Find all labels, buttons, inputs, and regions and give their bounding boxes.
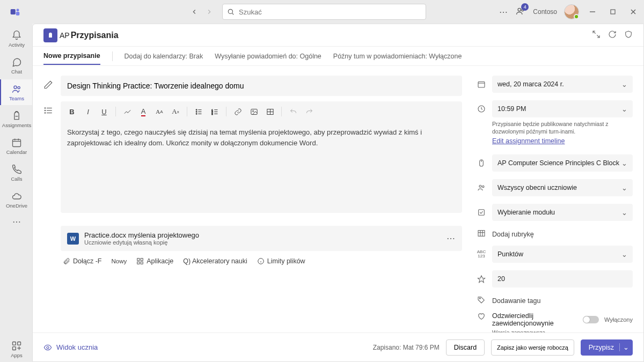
accelerators-action[interactable]: Q) Akceleratory nauki — [183, 257, 247, 265]
svg-rect-0 — [11, 9, 16, 14]
underline-button[interactable]: U — [97, 105, 111, 119]
due-date-select[interactable]: wed, 20 marca 2024 r.⌄ — [492, 76, 633, 93]
fontcolor-button[interactable]: A — [136, 105, 150, 119]
undo-button[interactable] — [286, 105, 300, 119]
svg-line-22 — [593, 31, 596, 34]
due-time-select[interactable]: 10:59 PM⌄ — [492, 100, 633, 117]
org-name: Contoso — [533, 8, 557, 16]
filelimits-action[interactable]: Limity plików — [257, 257, 305, 265]
svg-point-60 — [482, 186, 484, 188]
people-button[interactable]: 4 — [516, 6, 525, 18]
rail-assignments[interactable]: Assignments — [0, 106, 32, 132]
ul-button[interactable] — [192, 105, 206, 119]
main-surface: AP Przypisania Nowe przypisanie Dodaj do… — [32, 24, 644, 362]
forward-button[interactable] — [203, 5, 216, 18]
svg-rect-18 — [18, 342, 21, 345]
add-rubric-link[interactable]: Dodaj rubrykę — [492, 228, 633, 238]
maximize-button[interactable] — [606, 5, 619, 18]
svg-point-28 — [45, 110, 46, 111]
gradetype-select[interactable]: Punktów⌄ — [492, 246, 633, 263]
student-view-button[interactable]: Widok ucznia — [43, 343, 98, 352]
collapse-icon[interactable] — [592, 30, 601, 40]
tag-icon — [476, 295, 487, 304]
students-select[interactable]: Wszyscy obecni uczniowie⌄ — [492, 179, 633, 196]
italic-button[interactable]: I — [81, 105, 95, 119]
svg-rect-13 — [13, 139, 21, 146]
phone-icon — [11, 164, 22, 175]
add-tag-link[interactable]: Dodawanie tagu — [492, 295, 633, 305]
image-button[interactable] — [247, 105, 261, 119]
tab-new-assignment[interactable]: Nowe przypisanie — [43, 48, 100, 65]
svg-point-1 — [17, 9, 19, 11]
highlight-button[interactable] — [120, 105, 134, 119]
attach-action[interactable]: Dołącz -F — [63, 257, 101, 265]
rail-chat[interactable]: Chat — [0, 53, 32, 78]
refresh-icon[interactable] — [608, 30, 617, 40]
apps-icon — [11, 341, 22, 351]
svg-rect-48 — [141, 258, 143, 261]
attachment-card[interactable]: W Practice.docx myślenia projektowego Uc… — [61, 226, 462, 251]
paperclip-icon — [63, 257, 70, 265]
eye-icon — [43, 343, 52, 352]
assign-chevron-icon[interactable]: ⌄ — [619, 343, 629, 351]
attachment-more[interactable]: ⋯ — [447, 233, 456, 243]
minimize-button[interactable] — [586, 5, 599, 18]
rail-more[interactable]: ⋯ — [0, 213, 32, 230]
rail-calls[interactable]: Calls — [0, 160, 32, 186]
rail-activity[interactable]: Activity — [0, 26, 32, 51]
svg-marker-66 — [478, 276, 485, 283]
svg-rect-61 — [479, 210, 485, 216]
clock-icon — [476, 105, 487, 113]
bold-button[interactable]: B — [65, 105, 79, 119]
edit-timeline-link[interactable]: Edit assignment timeline — [492, 135, 565, 145]
meta-calendar[interactable]: Dodaj do kalendarzy: Brak — [125, 53, 203, 60]
svg-point-68 — [47, 346, 49, 349]
teams-icon — [11, 84, 22, 94]
svg-point-34 — [196, 113, 197, 114]
history-nav — [188, 5, 216, 18]
svg-rect-49 — [137, 262, 140, 264]
assignment-title-input[interactable] — [61, 76, 462, 96]
rail-onedrive[interactable]: OneDrive — [0, 187, 32, 212]
class-select[interactable]: AP Computer Science Principles C Block⌄ — [492, 154, 633, 172]
fontsize-button[interactable]: AA — [152, 105, 166, 119]
search-box[interactable] — [222, 4, 426, 20]
more-menu[interactable]: ⋯ — [499, 7, 508, 17]
meta-notify[interactable]: Wysyłanie powiadomień do: Ogólne — [215, 53, 321, 60]
rail-teams[interactable]: Teams — [0, 79, 32, 105]
search-input[interactable] — [239, 8, 421, 16]
close-button[interactable] — [627, 5, 640, 18]
instructions-editor[interactable]: Skorzystaj z tego, czego nauczyłeś się d… — [61, 122, 462, 213]
save-draft-button[interactable]: Zapisz jako wersję roboczą — [491, 339, 574, 356]
reflect-label: Odzwierciedlij zaewidencjonowynie — [492, 312, 577, 327]
svg-rect-42 — [251, 109, 257, 114]
svg-point-5 — [518, 8, 521, 11]
module-select[interactable]: Wybieranie modułu⌄ — [492, 204, 633, 221]
shield-icon[interactable] — [624, 30, 633, 40]
bell-icon — [11, 30, 22, 41]
rail-apps[interactable]: Apps — [0, 336, 32, 362]
chat-icon — [11, 57, 22, 68]
reflect-toggle[interactable] — [583, 316, 599, 323]
rail-calendar[interactable]: Calendar — [0, 133, 32, 159]
search-icon — [227, 8, 235, 16]
meta-late[interactable]: Późny tum w powiadomieniach: Wyłączone — [333, 53, 462, 60]
svg-rect-62 — [478, 231, 485, 237]
svg-rect-19 — [13, 346, 16, 350]
ol-button[interactable]: 123 — [208, 105, 222, 119]
clearformat-button[interactable]: Ax — [169, 105, 182, 119]
back-button[interactable] — [188, 5, 201, 18]
rubric-icon — [476, 229, 487, 238]
table-button[interactable] — [263, 105, 277, 119]
apps-action[interactable]: Aplikacje — [136, 257, 173, 265]
points-input[interactable]: 20 — [492, 270, 633, 287]
discard-button[interactable]: Discard — [446, 339, 485, 356]
redo-button[interactable] — [302, 105, 316, 119]
svg-rect-8 — [611, 10, 615, 14]
svg-point-11 — [14, 86, 17, 88]
user-avatar[interactable] — [565, 5, 579, 19]
assign-button[interactable]: Przypisz ⌄ — [581, 339, 633, 356]
editor-toolbar: B I U A AA Ax 123 — [61, 101, 462, 122]
link-button[interactable] — [231, 105, 245, 119]
svg-rect-50 — [141, 262, 143, 264]
